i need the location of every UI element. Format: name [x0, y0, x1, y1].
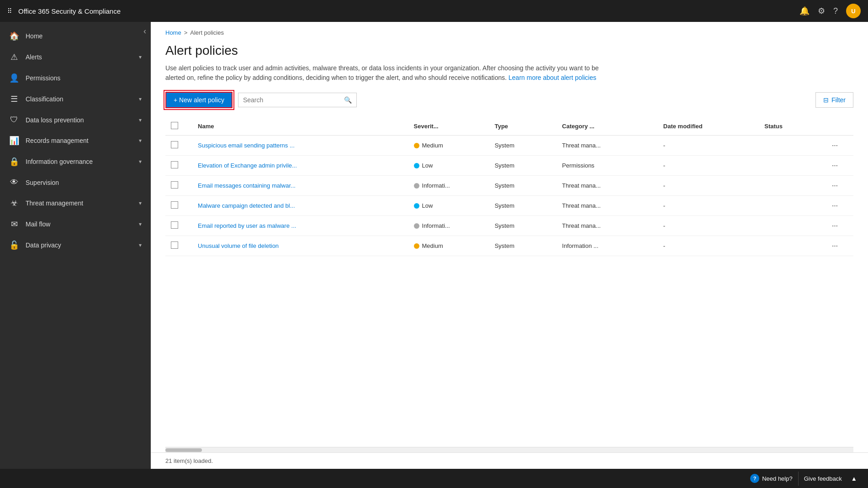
chevron-down-icon: ▾	[139, 221, 142, 227]
footer: 21 item(s) loaded.	[151, 452, 868, 469]
row-checkbox[interactable]	[171, 221, 178, 229]
sidebar-item-supervision[interactable]: 👁 Supervision	[0, 172, 151, 193]
filter-label: Filter	[831, 96, 846, 104]
row-actions-menu[interactable]: ⋯	[826, 176, 853, 196]
new-alert-policy-button[interactable]: + New alert policy	[165, 92, 233, 108]
row-severity: Informati...	[408, 176, 489, 196]
sidebar-item-data-loss-prevention[interactable]: 🛡 Data loss prevention ▾	[0, 110, 151, 130]
col-header-name: Name	[192, 117, 408, 136]
row-category: Permissions	[556, 156, 657, 176]
give-feedback-button[interactable]: Give feedback	[798, 472, 847, 486]
breadcrumb-separator: >	[184, 29, 188, 36]
severity-dot	[414, 243, 419, 249]
learn-more-link[interactable]: Learn more about alert policies	[508, 74, 596, 81]
page-title: Alert policies	[165, 43, 853, 58]
data-loss-icon: 🛡	[9, 115, 19, 125]
row-actions-menu[interactable]: ⋯	[826, 136, 853, 156]
row-type: System	[489, 216, 557, 236]
row-checkbox[interactable]	[171, 161, 178, 168]
row-severity: Low	[408, 156, 489, 176]
sidebar-item-home[interactable]: 🏠 Home	[0, 26, 151, 47]
table-row: Email messages containing malwar... Info…	[165, 176, 853, 196]
page-header: Alert policies Use alert policies to tra…	[151, 36, 868, 83]
sidebar-item-label: Data loss prevention	[26, 116, 132, 124]
sidebar-item-information-governance[interactable]: 🔒 Information governance ▾	[0, 151, 151, 172]
scrollbar-thumb[interactable]	[165, 448, 202, 452]
row-status	[759, 136, 826, 156]
row-checkbox-cell	[165, 136, 192, 156]
sidebar-item-threat-management[interactable]: ☣ Threat management ▾	[0, 193, 151, 214]
row-checkbox[interactable]	[171, 181, 178, 189]
col-header-status: Status	[759, 117, 826, 136]
search-input[interactable]	[243, 96, 340, 104]
row-checkbox[interactable]	[171, 141, 178, 148]
sidebar-item-label: Permissions	[26, 74, 142, 82]
sidebar-item-label: Classification	[26, 95, 132, 103]
row-status	[759, 196, 826, 216]
sidebar-item-records-management[interactable]: 📊 Records management ▾	[0, 130, 151, 151]
records-icon: 📊	[9, 136, 19, 146]
row-type: System	[489, 236, 557, 256]
row-name[interactable]: Unusual volume of file deletion	[192, 236, 408, 256]
chevron-down-icon: ▾	[139, 54, 142, 60]
expand-button[interactable]: ▲	[847, 472, 861, 486]
row-severity: Low	[408, 196, 489, 216]
sidebar-item-label: Supervision	[26, 179, 142, 186]
row-actions-menu[interactable]: ⋯	[826, 156, 853, 176]
sidebar-item-permissions[interactable]: 👤 Permissions	[0, 68, 151, 89]
row-name[interactable]: Malware campaign detected and bl...	[192, 196, 408, 216]
chevron-down-icon: ▾	[139, 137, 142, 144]
grid-icon[interactable]: ⠿	[7, 7, 12, 15]
sidebar-item-mail-flow[interactable]: ✉ Mail flow ▾	[0, 214, 151, 235]
row-checkbox-cell	[165, 216, 192, 236]
sidebar-item-classification[interactable]: ☰ Classification ▾	[0, 89, 151, 110]
filter-icon: ⊟	[823, 96, 829, 104]
row-checkbox-cell	[165, 176, 192, 196]
row-checkbox[interactable]	[171, 241, 178, 249]
row-actions-menu[interactable]: ⋯	[826, 236, 853, 256]
row-checkbox[interactable]	[171, 201, 178, 209]
table-row: Unusual volume of file deletion Medium S…	[165, 236, 853, 256]
row-name[interactable]: Elevation of Exchange admin privile...	[192, 156, 408, 176]
sidebar-item-data-privacy[interactable]: 🔓 Data privacy ▾	[0, 235, 151, 256]
breadcrumb-current: Alert policies	[190, 29, 224, 36]
row-date-modified: -	[658, 156, 759, 176]
avatar[interactable]: U	[846, 4, 861, 18]
main-layout: ‹ 🏠 Home ⚠ Alerts ▾ 👤 Permissions ☰ Clas…	[0, 22, 868, 469]
row-actions-menu[interactable]: ⋯	[826, 216, 853, 236]
sidebar-collapse-button[interactable]: ‹	[143, 26, 146, 36]
sidebar-item-label: Information governance	[26, 158, 132, 165]
severity-label: Medium	[422, 142, 443, 149]
settings-icon[interactable]: ⚙	[818, 6, 825, 16]
severity-label: Low	[422, 162, 433, 169]
col-header-severity: Severit...	[408, 117, 489, 136]
search-box: 🔍	[238, 93, 357, 107]
filter-button[interactable]: ⊟ Filter	[815, 92, 853, 108]
row-name[interactable]: Suspicious email sending patterns ...	[192, 136, 408, 156]
row-actions-menu[interactable]: ⋯	[826, 196, 853, 216]
classification-icon: ☰	[9, 94, 19, 104]
need-help-button[interactable]: ? Need help?	[745, 470, 798, 487]
row-name[interactable]: Email messages containing malwar...	[192, 176, 408, 196]
table-row: Email reported by user as malware ... In…	[165, 216, 853, 236]
severity-dot	[414, 223, 419, 229]
breadcrumb-home-link[interactable]: Home	[165, 29, 181, 36]
row-name[interactable]: Email reported by user as malware ...	[192, 216, 408, 236]
severity-label: Medium	[422, 242, 443, 249]
bell-icon[interactable]: 🔔	[799, 6, 810, 16]
chevron-down-icon: ▾	[139, 96, 142, 102]
table-row: Malware campaign detected and bl... Low …	[165, 196, 853, 216]
select-all-checkbox[interactable]	[171, 122, 178, 129]
breadcrumb: Home > Alert policies	[151, 22, 868, 36]
permissions-icon: 👤	[9, 73, 19, 83]
row-type: System	[489, 156, 557, 176]
help-icon[interactable]: ?	[833, 6, 838, 16]
toolbar: + New alert policy 🔍 ⊟ Filter	[151, 83, 868, 117]
table-row: Elevation of Exchange admin privile... L…	[165, 156, 853, 176]
sidebar-item-alerts[interactable]: ⚠ Alerts ▾	[0, 47, 151, 68]
horizontal-scrollbar[interactable]	[165, 447, 853, 452]
row-category: Threat mana...	[556, 216, 657, 236]
row-checkbox-cell	[165, 196, 192, 216]
severity-dot	[414, 143, 419, 148]
col-header-date-modified: Date modified	[658, 117, 759, 136]
